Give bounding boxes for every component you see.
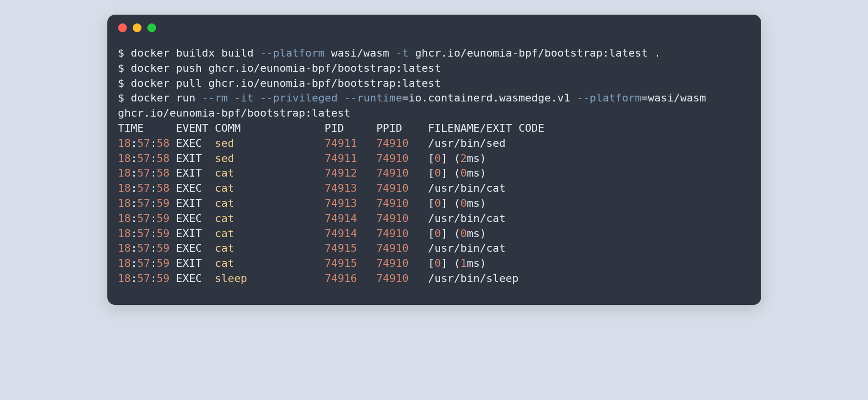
terminal-output[interactable]: $ docker buildx build --platform wasi/wa… (107, 41, 761, 288)
time-min: 57 (137, 197, 150, 209)
ppid: 74910 (376, 227, 428, 240)
shell-prompt: $ (118, 92, 131, 104)
event-type: EXIT (176, 152, 215, 164)
process-comm: cat (215, 257, 324, 269)
table-row: 18:57:59 EXIT cat 74915 74910 [0] (1ms) (118, 256, 750, 271)
filename: /usr/bin/sleep (428, 272, 518, 284)
time-sep: : (131, 212, 137, 224)
time-min: 57 (137, 272, 150, 284)
window-titlebar (107, 15, 761, 41)
minimize-icon[interactable] (133, 23, 141, 32)
exit-bracket: [ (428, 257, 434, 269)
time-min: 57 (137, 137, 150, 149)
table-row: 18:57:58 EXEC cat 74913 74910 /usr/bin/c… (118, 181, 750, 196)
exit-code: 0 (435, 167, 441, 179)
shell-prompt: $ (118, 47, 131, 59)
terminal-window: $ docker buildx build --platform wasi/wa… (107, 15, 761, 305)
exit-bracket: [ (428, 227, 434, 240)
pid: 74914 (324, 227, 376, 240)
process-comm: cat (215, 212, 324, 224)
command-text (254, 92, 260, 104)
time-sep: : (150, 182, 157, 194)
duration-num: 1 (461, 257, 467, 269)
filename: /usr/bin/cat (428, 242, 505, 254)
command-line: ghcr.io/eunomia-bpf/bootstrap:latest (118, 106, 750, 121)
exit-bracket: ] ( (441, 152, 461, 164)
exit-bracket: ] ( (441, 257, 461, 269)
time-sec: 58 (157, 137, 170, 149)
time-sec: 59 (157, 272, 170, 284)
command-text: wasi/wasm (324, 47, 396, 59)
command-text: ghcr.io/eunomia-bpf/bootstrap:latest . (409, 47, 661, 59)
time-hour: 18 (118, 257, 131, 269)
pid: 74913 (324, 182, 376, 194)
ppid: 74910 (376, 272, 428, 284)
command-flag: -it (234, 92, 254, 104)
time-sep: : (131, 227, 137, 240)
pid: 74915 (324, 242, 376, 254)
pid: 74911 (324, 152, 376, 164)
time-sep: : (150, 197, 157, 209)
time-sep: : (150, 212, 157, 224)
time-hour: 18 (118, 197, 131, 209)
time-min: 57 (137, 227, 150, 240)
time-sec: 59 (157, 227, 170, 240)
process-comm: cat (215, 227, 324, 240)
time-sep: : (150, 137, 157, 149)
command-line: $ docker run --rm -it --privileged --run… (118, 91, 750, 106)
event-type: EXEC (176, 212, 215, 224)
command-text: =io.containerd.wasmedge.v1 (402, 92, 577, 104)
exit-code: 0 (435, 227, 441, 240)
command-flag: --platform (260, 47, 324, 59)
time-sec: 58 (157, 152, 170, 164)
time-sep: : (131, 257, 137, 269)
ppid: 74910 (376, 152, 428, 164)
time-sep: : (150, 272, 157, 284)
time-sec: 59 (157, 257, 170, 269)
pid: 74912 (324, 167, 376, 179)
ppid: 74910 (376, 197, 428, 209)
process-comm: sed (215, 152, 324, 164)
shell-prompt: $ (118, 62, 131, 74)
time-min: 57 (137, 257, 150, 269)
time-sec: 58 (157, 182, 170, 194)
time-hour: 18 (118, 212, 131, 224)
shell-prompt: $ (118, 77, 131, 89)
maximize-icon[interactable] (147, 23, 156, 32)
pid: 74911 (324, 137, 376, 149)
ppid: 74910 (376, 167, 428, 179)
command-text (228, 92, 234, 104)
duration-num: 2 (461, 152, 467, 164)
event-type: EXIT (176, 197, 215, 209)
exit-bracket: [ (428, 152, 434, 164)
event-type: EXEC (176, 137, 215, 149)
table-row: 18:57:58 EXIT sed 74911 74910 [0] (2ms) (118, 151, 750, 166)
ppid: 74910 (376, 182, 428, 194)
time-sep: : (131, 152, 137, 164)
command-flag: -t (396, 47, 409, 59)
command-flag: --privileged (260, 92, 338, 104)
process-comm: cat (215, 167, 324, 179)
exit-code: 0 (435, 257, 441, 269)
time-sep: : (150, 152, 157, 164)
exit-bracket: [ (428, 197, 434, 209)
time-min: 57 (137, 167, 150, 179)
event-type: EXEC (176, 242, 215, 254)
command-flag: --platform (577, 92, 641, 104)
time-min: 57 (137, 212, 150, 224)
time-hour: 18 (118, 242, 131, 254)
table-row: 18:57:58 EXEC sed 74911 74910 /usr/bin/s… (118, 136, 750, 151)
process-comm: cat (215, 242, 324, 254)
process-comm: sed (215, 137, 324, 149)
command-line: $ docker push ghcr.io/eunomia-bpf/bootst… (118, 61, 750, 76)
table-row: 18:57:59 EXIT cat 74913 74910 [0] (0ms) (118, 196, 750, 211)
time-sep: : (131, 182, 137, 194)
time-sep: : (131, 167, 137, 179)
ppid: 74910 (376, 242, 428, 254)
time-min: 57 (137, 242, 150, 254)
process-comm: cat (215, 197, 324, 209)
duration-num: 0 (461, 197, 467, 209)
duration-unit: ms) (467, 227, 486, 240)
close-icon[interactable] (118, 23, 127, 32)
table-row: 18:57:59 EXIT cat 74914 74910 [0] (0ms) (118, 226, 750, 241)
